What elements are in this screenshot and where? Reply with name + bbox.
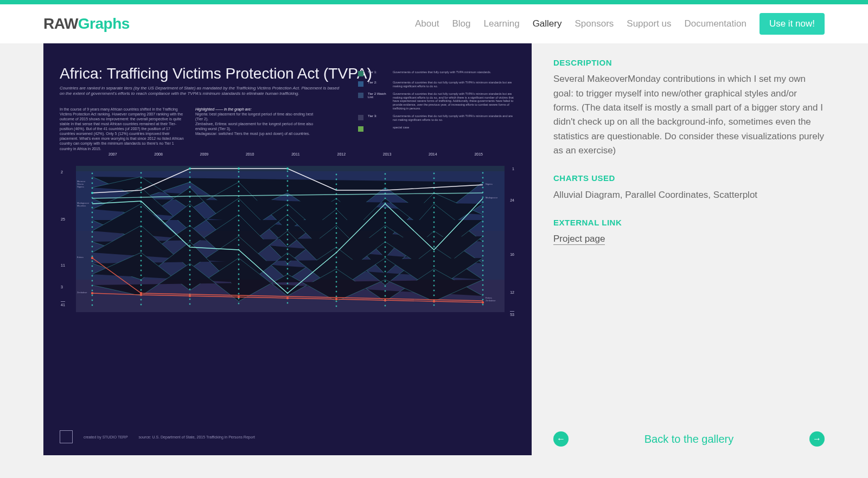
legend-label: Tier 1: bbox=[368, 70, 388, 74]
nav-learning[interactable]: Learning bbox=[483, 18, 519, 29]
svg-point-201 bbox=[433, 177, 435, 179]
svg-point-195 bbox=[385, 285, 386, 287]
svg-point-169 bbox=[336, 295, 337, 297]
back-to-gallery-link[interactable]: Back to the gallery bbox=[644, 431, 734, 448]
svg-point-244 bbox=[482, 250, 484, 251]
svg-point-225 bbox=[433, 294, 435, 296]
svg-point-205 bbox=[433, 197, 435, 198]
svg-point-70 bbox=[189, 220, 191, 222]
svg-point-216 bbox=[433, 250, 435, 252]
svg-point-17 bbox=[92, 236, 93, 237]
svg-point-124 bbox=[287, 209, 289, 211]
svg-point-189 bbox=[385, 256, 386, 257]
svg-point-58 bbox=[141, 299, 142, 300]
legend-swatch bbox=[358, 71, 363, 76]
svg-point-74 bbox=[189, 240, 191, 241]
axis-right-total: 53 bbox=[510, 311, 514, 316]
svg-point-18 bbox=[92, 241, 93, 242]
studio-logo-icon bbox=[60, 430, 73, 443]
svg-point-251 bbox=[482, 284, 484, 286]
svg-point-213 bbox=[433, 236, 435, 237]
svg-point-44 bbox=[141, 230, 142, 232]
svg-point-119 bbox=[287, 185, 289, 186]
svg-point-220 bbox=[433, 270, 435, 272]
svg-point-4 bbox=[92, 172, 93, 174]
legend-desc: special case bbox=[393, 126, 515, 130]
svg-point-107 bbox=[238, 263, 240, 265]
svg-point-31 bbox=[92, 304, 93, 306]
year-label: 2009 bbox=[200, 152, 209, 156]
nav-documentation[interactable]: Documentation bbox=[685, 18, 746, 29]
svg-point-96 bbox=[238, 210, 240, 211]
svg-point-13 bbox=[92, 216, 93, 218]
svg-point-95 bbox=[238, 205, 240, 206]
svg-point-56 bbox=[141, 289, 142, 290]
nav-gallery[interactable]: Gallery bbox=[533, 18, 562, 29]
svg-point-208 bbox=[433, 211, 435, 213]
svg-point-214 bbox=[433, 241, 435, 242]
svg-point-152 bbox=[336, 212, 337, 214]
svg-point-40 bbox=[141, 211, 142, 212]
project-page-link[interactable]: Project page bbox=[553, 234, 605, 245]
svg-point-39 bbox=[141, 206, 142, 208]
nav-blog[interactable]: Blog bbox=[452, 18, 470, 29]
nav-about[interactable]: About bbox=[415, 18, 439, 29]
svg-point-98 bbox=[238, 219, 240, 221]
svg-point-265 bbox=[91, 256, 93, 259]
charts-used-text: Alluvial Diagram, Parallel Coordinates, … bbox=[553, 188, 825, 202]
nav-cta-button[interactable]: Use it now! bbox=[760, 13, 825, 35]
svg-point-193 bbox=[385, 275, 386, 277]
year-label: 2013 bbox=[383, 152, 392, 156]
svg-point-125 bbox=[287, 214, 289, 216]
svg-point-10 bbox=[92, 202, 93, 203]
svg-point-94 bbox=[238, 200, 240, 202]
svg-point-109 bbox=[238, 273, 240, 275]
year-label: 2010 bbox=[246, 152, 254, 156]
svg-point-268 bbox=[189, 167, 191, 170]
svg-point-66 bbox=[189, 201, 191, 202]
nav-sponsors[interactable]: Sponsors bbox=[575, 18, 614, 29]
svg-point-91 bbox=[238, 185, 240, 187]
svg-point-20 bbox=[92, 250, 93, 252]
svg-point-246 bbox=[482, 260, 484, 261]
svg-point-247 bbox=[482, 264, 484, 266]
svg-point-90 bbox=[238, 180, 240, 182]
next-arrow-icon[interactable]: → bbox=[809, 431, 825, 447]
svg-point-154 bbox=[336, 222, 337, 224]
legend-label: Tier 3: bbox=[368, 114, 388, 118]
description-heading: DESCRIPTION bbox=[553, 56, 825, 69]
legend-swatch bbox=[358, 93, 363, 98]
svg-point-103 bbox=[238, 244, 240, 246]
svg-point-108 bbox=[238, 268, 240, 270]
svg-point-256 bbox=[91, 292, 93, 294]
svg-point-149 bbox=[336, 198, 337, 199]
svg-point-151 bbox=[336, 208, 337, 209]
brand-logo[interactable]: RAWGraphs bbox=[43, 15, 130, 33]
svg-point-112 bbox=[238, 288, 240, 289]
legend-row-tier2: Tier 2: Governments of countries that do… bbox=[358, 81, 515, 88]
svg-point-163 bbox=[336, 266, 337, 268]
svg-point-14 bbox=[92, 221, 93, 223]
svg-point-146 bbox=[336, 183, 337, 185]
svg-point-135 bbox=[287, 263, 289, 264]
svg-point-145 bbox=[336, 178, 337, 180]
svg-point-185 bbox=[385, 236, 386, 238]
svg-point-207 bbox=[433, 206, 435, 208]
svg-point-7 bbox=[92, 187, 93, 189]
svg-text:Mauritius: Mauritius bbox=[77, 204, 86, 207]
svg-point-68 bbox=[189, 210, 191, 212]
svg-point-22 bbox=[92, 260, 93, 262]
svg-point-52 bbox=[141, 269, 142, 271]
svg-text:Madagascar: Madagascar bbox=[486, 196, 498, 199]
prev-arrow-icon[interactable]: ← bbox=[553, 431, 569, 447]
svg-point-49 bbox=[141, 255, 142, 256]
svg-point-88 bbox=[238, 171, 240, 172]
svg-point-47 bbox=[141, 245, 142, 247]
svg-point-100 bbox=[238, 229, 240, 231]
svg-point-258 bbox=[189, 294, 191, 296]
svg-point-200 bbox=[433, 172, 435, 174]
svg-point-171 bbox=[336, 305, 337, 307]
nav-support[interactable]: Support us bbox=[627, 18, 671, 29]
svg-point-33 bbox=[141, 177, 142, 178]
svg-point-235 bbox=[482, 206, 484, 208]
